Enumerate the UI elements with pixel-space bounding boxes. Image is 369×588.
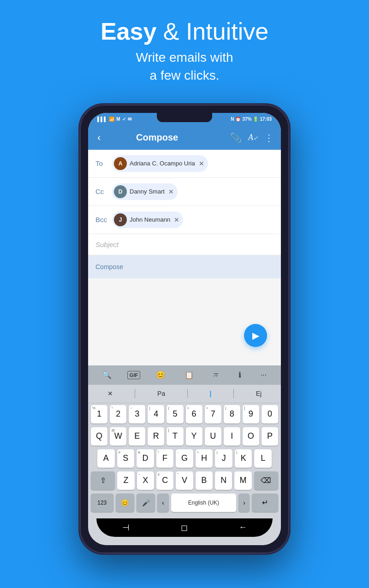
cc-field-row: Cc D Danny Smart ✕ xyxy=(88,178,281,206)
bcc-avatar: J xyxy=(114,213,127,226)
bcc-recipient-chip[interactable]: J John Neumann ✕ xyxy=(112,212,183,228)
compose-toolbar: ‹ Compose 📎 A✓ ⋮ xyxy=(88,126,281,150)
kb-lang-icon[interactable]: ꯍ xyxy=(209,370,223,380)
format-icon[interactable]: A✓ xyxy=(248,133,258,142)
key-h[interactable]: +H xyxy=(196,449,213,468)
key-g[interactable]: -G xyxy=(176,449,193,468)
prediction-ej[interactable]: Ej xyxy=(249,390,269,397)
bcc-field-row: Bcc J John Neumann ✕ xyxy=(88,206,281,234)
bcc-field-content: J John Neumann ✕ xyxy=(112,212,183,228)
cc-recipient-chip[interactable]: D Danny Smart ✕ xyxy=(112,183,178,200)
key-2[interactable]: ^2 xyxy=(110,405,126,423)
key-d[interactable]: &D xyxy=(137,449,154,468)
prediction-delete[interactable]: ✕ xyxy=(100,390,120,397)
zxcv-row: ⇧ Z −X £C "V B N M ⌫ xyxy=(88,470,281,492)
bottom-row: 123 😊 🎤 ‹ English (UK) › ↵ xyxy=(88,492,281,514)
key-k[interactable]: )K xyxy=(235,449,252,468)
key-b[interactable]: B xyxy=(196,471,213,490)
key-r[interactable]: R xyxy=(148,427,164,446)
key-y[interactable]: Y xyxy=(186,427,202,446)
bcc-chip-close[interactable]: ✕ xyxy=(174,216,179,223)
keyboard-toolbar: 🔍 GIF 😊 📋 ꯍ ℹ ··· xyxy=(88,365,281,385)
cc-label: Cc xyxy=(95,188,112,195)
asdf-row: A #S &D *F -G +H (J )K L xyxy=(88,447,281,470)
divider3 xyxy=(233,389,234,398)
subject-placeholder[interactable]: Subject xyxy=(95,241,274,248)
shift-key[interactable]: ⇧ xyxy=(91,471,115,490)
key-o[interactable]: O xyxy=(243,427,259,446)
prediction-row: ✕ Pa | Ej xyxy=(88,385,281,403)
send-button[interactable]: ▶ xyxy=(244,324,267,347)
key-e[interactable]: E xyxy=(129,427,145,446)
key-7[interactable]: >7 xyxy=(205,405,221,423)
num-switch-key[interactable]: 123 xyxy=(91,494,113,512)
attach-icon[interactable]: 📎 xyxy=(230,132,242,143)
compose-body-area[interactable]: Compose xyxy=(88,255,281,278)
nav-home-icon[interactable]: ◻ xyxy=(181,523,188,533)
phone-mockup: ▌▌▌ 📶 M ✓ ✉ N ⏰ 37% 🔋 17:03 ‹ Compose xyxy=(0,103,369,555)
key-u[interactable]: U xyxy=(205,427,221,446)
key-c[interactable]: £C xyxy=(156,471,173,490)
key-l[interactable]: L xyxy=(254,449,272,468)
key-0[interactable]: 0 xyxy=(262,405,278,423)
left-arrow-key[interactable]: ‹ xyxy=(157,494,168,512)
to-avatar: A xyxy=(114,157,127,170)
wifi-icon: 📶 xyxy=(109,117,114,122)
key-5[interactable]: {5 xyxy=(167,405,183,423)
key-3[interactable]: ~3 xyxy=(129,405,145,423)
key-i[interactable]: I xyxy=(224,427,240,446)
key-n[interactable]: N xyxy=(215,471,232,490)
enter-key[interactable]: ↵ xyxy=(252,494,278,512)
key-x[interactable]: −X xyxy=(137,471,154,490)
battery-level: 37% xyxy=(242,117,251,122)
backspace-key[interactable]: ⌫ xyxy=(254,471,278,490)
key-v[interactable]: "V xyxy=(176,471,193,490)
bcc-label: Bcc xyxy=(95,216,112,223)
key-p[interactable]: P xyxy=(262,427,278,446)
to-field-content: A Adriana C. Ocampo Uria ✕ xyxy=(112,155,208,172)
back-button[interactable]: ‹ xyxy=(95,130,102,146)
key-s[interactable]: #S xyxy=(117,449,135,468)
key-a[interactable]: A xyxy=(97,449,115,468)
subject-field-row[interactable]: Subject xyxy=(88,234,281,255)
key-w[interactable]: @W xyxy=(110,427,126,446)
key-m[interactable]: M xyxy=(234,471,251,490)
kb-emoji-icon[interactable]: 😊 xyxy=(152,369,169,381)
key-j[interactable]: (J xyxy=(215,449,232,468)
to-field-row: To A Adriana C. Ocampo Uria ✕ xyxy=(88,150,281,178)
key-4[interactable]: [4 xyxy=(148,405,164,423)
to-recipient-chip[interactable]: A Adriana C. Ocampo Uria ✕ xyxy=(112,155,208,172)
phone-screen: ▌▌▌ 📶 M ✓ ✉ N ⏰ 37% 🔋 17:03 ‹ Compose xyxy=(88,113,281,545)
key-8[interactable]: }8 xyxy=(224,405,240,423)
kb-info-icon[interactable]: ℹ xyxy=(235,369,245,381)
kb-search-icon[interactable]: 🔍 xyxy=(99,369,115,381)
cc-recipient-name: Danny Smart xyxy=(130,188,165,195)
nav-back-icon[interactable]: ← xyxy=(239,523,247,532)
key-9[interactable]: ]9 xyxy=(243,405,259,423)
to-label: To xyxy=(95,159,112,167)
phone-device: ▌▌▌ 📶 M ✓ ✉ N ⏰ 37% 🔋 17:03 ‹ Compose xyxy=(78,103,291,555)
toolbar-actions: 📎 A✓ ⋮ xyxy=(230,132,274,143)
key-1[interactable]: %1 xyxy=(91,405,107,423)
space-key[interactable]: English (UK) xyxy=(171,494,237,512)
prediction-pa[interactable]: Pa xyxy=(150,390,173,397)
kb-more-icon[interactable]: ··· xyxy=(257,369,270,381)
cc-field-content: D Danny Smart ✕ xyxy=(112,183,178,200)
alarm-icon: ⏰ xyxy=(235,117,241,122)
cc-chip-close[interactable]: ✕ xyxy=(168,188,174,195)
key-6[interactable]: <6 xyxy=(186,405,202,423)
key-q[interactable]: Q xyxy=(91,427,107,446)
emoji-key[interactable]: 😊 xyxy=(116,494,134,512)
nav-recent-icon[interactable]: ⊣ xyxy=(122,523,130,533)
mic-key[interactable]: 🎤 xyxy=(137,494,155,512)
kb-clipboard-icon[interactable]: 📋 xyxy=(181,369,197,381)
more-icon[interactable]: ⋮ xyxy=(264,132,274,143)
key-z[interactable]: Z xyxy=(117,471,134,490)
right-arrow-key[interactable]: › xyxy=(238,494,250,512)
kb-gif-icon[interactable]: GIF xyxy=(127,371,140,379)
key-f[interactable]: *F xyxy=(156,449,174,468)
divider2 xyxy=(187,389,188,398)
key-t[interactable]: [T xyxy=(167,427,183,446)
check-icon: ✓ xyxy=(122,117,126,122)
to-chip-close[interactable]: ✕ xyxy=(199,160,204,167)
